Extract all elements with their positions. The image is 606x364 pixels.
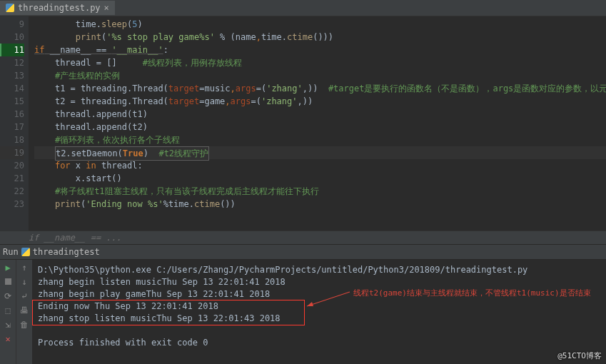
line-number[interactable]: 22	[0, 185, 24, 198]
dump-icon[interactable]: ⬚	[5, 305, 10, 315]
restart-icon[interactable]: ⟳	[4, 291, 11, 301]
svg-line-0	[307, 292, 350, 306]
run-tool-header: Run threadingtest	[0, 244, 606, 260]
line-number[interactable]: 15	[0, 95, 24, 108]
code-line: if __name__ == '__main__':	[34, 44, 606, 56]
run-panel: ▶ ⟳ ⬚ ⇲ ✕ ↑ ↓ ⤶ 🖶 🗑 D:\Python35\python.e…	[0, 260, 606, 364]
code-line: t1 = threading.Thread(target=music,args=…	[34, 82, 606, 95]
print-icon[interactable]: 🖶	[20, 305, 29, 315]
breadcrumb[interactable]: if __name__ == ...	[0, 231, 606, 244]
python-icon	[21, 248, 30, 256]
arrow-icon	[303, 288, 353, 310]
code-line: threadl.append(t1)	[34, 108, 606, 121]
tab-threadingtest[interactable]: threadingtest.py ×	[0, 1, 115, 15]
console-blank	[38, 325, 600, 337]
python-icon	[6, 4, 14, 12]
line-number[interactable]: 19	[0, 146, 24, 159]
code-line: for x in threadl:	[34, 159, 606, 172]
code-line: print('Ending now %s'%time.ctime())	[34, 198, 606, 211]
svg-marker-1	[307, 302, 313, 306]
code-line: #将子线程t1阻塞主线程，只有当该子线程完成后主线程才能往下执行	[34, 185, 606, 198]
code-line-current: t2.setDaemon(True) #t2线程守护	[34, 146, 606, 159]
line-number[interactable]: 9	[0, 18, 24, 31]
annotation-text: 线程t2(game)结束与主线程就结束，不管线程t1(music)是否结束	[353, 287, 591, 299]
line-number[interactable]: 20	[0, 159, 24, 172]
watermark: @51CTO博客	[557, 350, 602, 361]
console[interactable]: D:\Python35\python.exe C:/Users/ZhangJ/P…	[32, 260, 606, 364]
line-number[interactable]: 16	[0, 108, 24, 121]
code-line: #产生线程的实例	[34, 69, 606, 82]
code-line: x.start()	[34, 172, 606, 185]
code-line: t2 = threading.Thread(target=game,args=(…	[34, 95, 606, 108]
console-exit: Process finished with exit code 0	[38, 337, 600, 349]
line-number[interactable]: 18	[0, 133, 24, 146]
close-run-icon[interactable]: ✕	[5, 334, 10, 344]
close-icon[interactable]: ×	[104, 3, 109, 13]
run-config-name[interactable]: threadingtest	[33, 245, 100, 259]
up-icon[interactable]: ↑	[21, 263, 26, 273]
run-toolbar-left: ▶ ⟳ ⬚ ⇲ ✕	[0, 260, 16, 364]
line-number[interactable]: 17	[0, 121, 24, 133]
line-number[interactable]: 13	[0, 69, 24, 82]
line-number[interactable]: 21	[0, 172, 24, 185]
annotation-box	[32, 300, 305, 325]
code-line: time.sleep(5)	[34, 18, 606, 31]
run-label: Run	[3, 245, 19, 259]
tab-filename: threadingtest.py	[18, 3, 101, 13]
pin-icon[interactable]: ⇲	[5, 320, 10, 330]
editor-tabs: threadingtest.py ×	[0, 0, 606, 16]
down-icon[interactable]: ↓	[21, 277, 26, 287]
breadcrumb-text: if __name__ == ...	[29, 233, 121, 243]
wrap-icon[interactable]: ⤶	[21, 291, 28, 301]
stop-icon[interactable]	[5, 277, 11, 287]
line-number[interactable]: 23	[0, 198, 24, 211]
line-number[interactable]: 10	[0, 31, 24, 44]
line-number[interactable]: 14	[0, 82, 24, 95]
line-number[interactable]: 11	[0, 44, 24, 56]
rerun-icon[interactable]: ▶	[5, 263, 10, 273]
code-line: threadl = [] #线程列表，用例存放线程	[34, 56, 606, 69]
code-area[interactable]: time.sleep(5) print('%s stop play game%s…	[29, 16, 606, 231]
run-toolbar-inner: ↑ ↓ ⤶ 🖶 🗑	[16, 260, 32, 364]
code-line: threadl.append(t2)	[34, 121, 606, 133]
gutter: 9 10 11 12 13 14 15 16 17 18 19 20 21 22…	[0, 16, 29, 231]
code-line: #循环列表，依次执行各个子线程	[34, 133, 606, 146]
editor: 9 10 11 12 13 14 15 16 17 18 19 20 21 22…	[0, 16, 606, 231]
code-line: print('%s stop play game%s' % (name,time…	[34, 31, 606, 44]
trash-icon[interactable]: 🗑	[20, 320, 29, 330]
line-number[interactable]: 12	[0, 56, 24, 69]
console-command: D:\Python35\python.exe C:/Users/ZhangJ/P…	[38, 264, 600, 276]
